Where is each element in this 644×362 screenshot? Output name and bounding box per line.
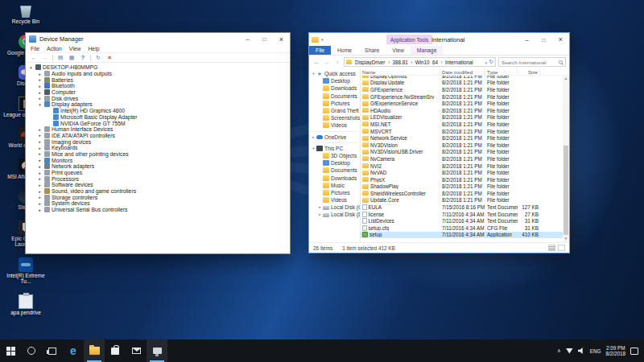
maximize-button[interactable]: [256, 33, 273, 45]
tree-expander-icon[interactable]: [37, 151, 43, 156]
tree-expander-icon[interactable]: [37, 84, 43, 88]
device-tree-item[interactable]: Human Interface Devices: [26, 126, 290, 133]
tree-expander-icon[interactable]: [37, 183, 43, 187]
nav-item[interactable]: Quick access: [309, 70, 360, 77]
nav-item[interactable]: Videos: [309, 121, 360, 129]
scrollbar-thumb[interactable]: [564, 146, 568, 235]
file-row[interactable]: LEDVisualizer8/2/2018 1:21 PMFile folder: [361, 114, 563, 121]
taskbar-app-device-manager[interactable]: [147, 339, 167, 362]
ribbon-tab-home[interactable]: Home: [331, 46, 358, 55]
dm-menu-help[interactable]: Help: [88, 46, 99, 51]
close-button[interactable]: [273, 33, 290, 45]
column-header-type[interactable]: Type: [485, 68, 518, 75]
nav-item[interactable]: Screenshots: [309, 114, 360, 121]
file-row[interactable]: NvVAD8/2/2018 1:21 PMFile folder: [361, 169, 563, 176]
file-row[interactable]: NV3DVisionUSB.Driver8/2/2018 1:21 PMFile…: [361, 149, 563, 156]
device-tree-item[interactable]: Software devices: [26, 182, 290, 188]
breadcrumb-segment[interactable]: Win10_64: [414, 60, 440, 65]
file-row[interactable]: MSVCRT8/2/2018 1:21 PMFile folder: [361, 128, 563, 135]
scan-hardware-icon[interactable]: [94, 54, 102, 62]
nav-item[interactable]: OneDrive: [309, 134, 360, 141]
device-tree-item[interactable]: Bluetooth: [26, 83, 290, 89]
device-tree-item[interactable]: IDE ATA/ATAPI controllers: [26, 133, 290, 139]
file-row[interactable]: NvCamera8/2/2018 1:21 PMFile folder: [361, 155, 563, 162]
scroll-down-icon[interactable]: ▼: [563, 236, 569, 242]
device-tree-item[interactable]: Print queues: [26, 170, 290, 176]
back-icon[interactable]: ←: [312, 59, 320, 66]
file-row[interactable]: Update.Core8/2/2018 1:21 PMFile folder: [361, 197, 563, 204]
tree-expander-icon[interactable]: [37, 90, 43, 95]
breadcrumb-segment[interactable]: 388.81: [390, 60, 409, 65]
tree-expander-icon[interactable]: [37, 158, 43, 162]
ribbon-tab-manage[interactable]: Manage: [411, 46, 444, 55]
nav-item[interactable]: 3D Objects: [309, 152, 360, 159]
file-row[interactable]: HDAudio8/2/2018 1:21 PMFile folder: [361, 107, 563, 114]
uninstall-device-icon[interactable]: [105, 54, 114, 62]
ribbon-tab-view[interactable]: View: [386, 46, 411, 55]
network-icon[interactable]: [566, 348, 573, 354]
device-tree-item[interactable]: Computer: [26, 89, 290, 96]
device-tree-item[interactable]: Keyboards: [26, 145, 290, 151]
ribbon-tab-share[interactable]: Share: [358, 46, 386, 55]
breadcrumb-segment[interactable]: International: [444, 60, 475, 65]
device-tree-item[interactable]: Sound, video and game controllers: [26, 188, 290, 195]
nav-expander-icon[interactable]: [317, 205, 323, 209]
tree-expander-icon[interactable]: [37, 195, 43, 200]
ribbon-tab-file[interactable]: File: [309, 46, 331, 55]
tree-expander-icon[interactable]: [37, 176, 43, 181]
file-row[interactable]: PhysX8/2/2018 1:21 PMFile folder: [361, 176, 563, 183]
file-row[interactable]: GfExperienceService8/2/2018 1:21 PMFile …: [361, 100, 563, 107]
desktop-icon-recycle-bin[interactable]: Recycle Bin: [2, 3, 50, 25]
tree-expander-icon[interactable]: [37, 201, 43, 206]
file-row[interactable]: Network.Service8/2/2018 1:21 PMFile fold…: [361, 134, 563, 142]
breadcrumb-segment[interactable]: DisplayDriver: [353, 60, 386, 65]
nav-item[interactable]: Local Disk (D:): [309, 211, 360, 218]
nav-item[interactable]: Desktop: [309, 159, 360, 167]
file-row[interactable]: Display.Update8/2/2018 1:21 PMFile folde…: [361, 80, 563, 87]
taskbar-app-store[interactable]: [105, 339, 126, 362]
device-tree-item[interactable]: Mice and other pointing devices: [26, 151, 290, 158]
nav-expander-icon[interactable]: [317, 212, 323, 216]
tray-chevron-up-icon[interactable]: ∧: [557, 348, 561, 354]
nav-item[interactable]: Grand Theft Aut: [309, 107, 360, 114]
up-icon[interactable]: ↑: [333, 59, 341, 66]
device-tree-item[interactable]: Batteries: [26, 76, 290, 83]
tree-expander-icon[interactable]: [37, 189, 43, 194]
device-tree-item[interactable]: DESKTOP-H80MMPG: [26, 64, 290, 71]
nav-item[interactable]: Documents: [309, 93, 360, 100]
device-manager-titlebar[interactable]: Device Manager: [26, 33, 290, 45]
column-header-name[interactable]: Name: [361, 68, 440, 75]
minimize-button[interactable]: [518, 33, 535, 46]
file-row[interactable]: ShadowPlay8/2/2018 1:21 PMFile folder: [361, 183, 563, 191]
console-tree-icon[interactable]: [56, 54, 64, 62]
volume-icon[interactable]: [578, 348, 585, 354]
details-view-button[interactable]: [548, 245, 555, 251]
language-indicator[interactable]: ENG: [590, 348, 601, 354]
tree-expander-icon[interactable]: [37, 72, 43, 76]
nav-item[interactable]: Music: [309, 182, 360, 189]
column-header-size[interactable]: Size: [518, 68, 540, 75]
tree-expander-icon[interactable]: [37, 146, 43, 150]
scroll-up-icon[interactable]: ▲: [563, 76, 569, 82]
qat-customize-chevron-icon[interactable]: ▾: [321, 37, 324, 42]
dm-menu-file[interactable]: File: [31, 46, 39, 51]
properties-icon[interactable]: [68, 54, 76, 62]
file-row[interactable]: NVI28/2/2018 1:21 PMFile folder: [361, 162, 563, 170]
nav-item[interactable]: Local Disk (C:): [309, 204, 360, 211]
tree-expander-icon[interactable]: [37, 96, 43, 101]
device-tree-item[interactable]: Audio inputs and outputs: [26, 71, 290, 77]
device-tree-item[interactable]: Microsoft Basic Display Adapter: [26, 114, 290, 121]
device-tree-item[interactable]: Storage controllers: [26, 194, 290, 200]
tree-expander-icon[interactable]: [37, 171, 43, 175]
tree-expander-icon[interactable]: [37, 77, 43, 82]
tree-expander-icon[interactable]: [37, 164, 43, 169]
nav-item[interactable]: Downloads: [309, 84, 360, 92]
device-tree-item[interactable]: Disk drives: [26, 95, 290, 101]
tree-expander-icon[interactable]: [37, 133, 43, 138]
tree-expander-icon[interactable]: [37, 127, 43, 132]
task-view-button[interactable]: [42, 339, 63, 362]
taskbar-app-mail[interactable]: [126, 339, 147, 362]
file-row[interactable]: NV3DVision8/2/2018 1:21 PMFile folder: [361, 142, 563, 149]
column-header-date-modified[interactable]: Date modified: [440, 68, 485, 75]
file-list-scrollbar[interactable]: ▲ ▼: [563, 76, 569, 242]
